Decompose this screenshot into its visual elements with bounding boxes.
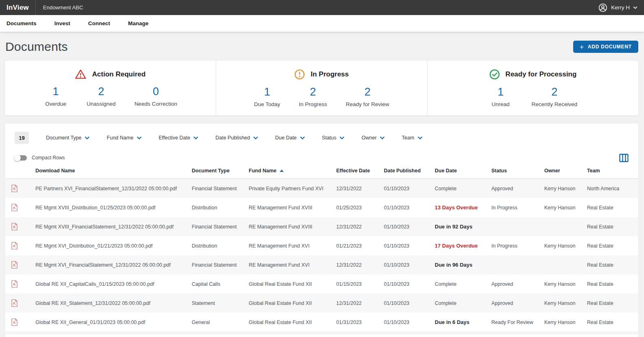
table-row[interactable]: RE Mgmt XVIII_FinancialStatement_12/31/2… xyxy=(5,217,638,236)
stat-in-progress: 2 In Progress xyxy=(299,86,327,107)
col-effective-date[interactable]: Effective Date xyxy=(336,168,384,174)
filter-team[interactable]: Team xyxy=(402,135,423,141)
filter-fund-name[interactable]: Fund Name xyxy=(107,135,141,141)
col-status[interactable]: Status xyxy=(491,168,544,174)
user-name: Kerry H xyxy=(611,4,630,11)
cell-download-name[interactable]: Global RE XII_Statement_12/31/2022 05:00… xyxy=(35,300,192,306)
cell-download-name[interactable]: Global RE XII_CapitalCalls_01/15/2023 05… xyxy=(35,281,192,287)
documents-table-card: 19 Document Type Fund Name Effective Dat… xyxy=(5,124,638,337)
pdf-file-icon xyxy=(5,280,35,288)
cell-team: Real Estate xyxy=(587,300,638,306)
table-row[interactable]: Global RE XII_General_01/31/2023 05:00:0… xyxy=(5,313,638,332)
summary-ready-for-processing: Ready for Processing 1 Unread 2 Recently… xyxy=(427,61,638,115)
stat-label: Needs Correction xyxy=(134,101,177,107)
cell-effective-date: 01/21/2023 xyxy=(336,243,384,249)
partially-visible-row xyxy=(5,332,638,335)
table-row[interactable]: RE Mgmt XVI_FinancialStatement_12/31/202… xyxy=(5,255,638,274)
cell-document-type: Financial Statement xyxy=(192,262,249,268)
table-row[interactable]: RE Mgmt XVI_Distribution_01/21/2023 05:0… xyxy=(5,236,638,255)
account-circle-icon xyxy=(598,3,608,13)
stat-recently-received: 2 Recently Received xyxy=(532,86,578,107)
nav-item-manage[interactable]: Manage xyxy=(128,20,149,26)
col-team[interactable]: Team xyxy=(587,168,638,174)
stat-unread: 1 Unread xyxy=(488,86,513,107)
cell-due-date: Due in 6 Days xyxy=(435,319,491,325)
chevron-down-icon xyxy=(340,136,344,139)
stat-label: In Progress xyxy=(299,101,327,107)
stat-unassigned: 2 Unassigned xyxy=(87,86,116,107)
stat-overdue: 1 Overdue xyxy=(44,86,68,107)
table-row[interactable]: PE Partners XVI_FinancialStatement_12/31… xyxy=(5,179,638,198)
pdf-file-icon xyxy=(5,204,35,211)
chevron-down-icon xyxy=(85,136,90,139)
cell-due-date: Due in 96 Days xyxy=(435,262,491,268)
col-label: Fund Name xyxy=(249,168,276,174)
pdf-file-icon xyxy=(5,299,35,307)
cell-download-name[interactable]: Global RE XII_General_01/31/2023 05:00:0… xyxy=(35,320,192,325)
filter-document-type[interactable]: Document Type xyxy=(46,135,90,141)
pdf-file-icon xyxy=(5,261,35,269)
summary-in-progress: In Progress 1 Due Today 2 In Progress 2 … xyxy=(216,61,427,115)
col-fund-name[interactable]: Fund Name xyxy=(249,168,336,174)
chevron-down-icon xyxy=(380,136,385,139)
cell-team: Real Estate xyxy=(587,205,638,211)
filter-status[interactable]: Status xyxy=(322,135,344,141)
topbar-divider xyxy=(35,0,36,15)
col-date-published[interactable]: Date Published xyxy=(384,168,435,174)
column-settings-icon[interactable] xyxy=(619,154,629,162)
stat-value: 1 xyxy=(264,86,270,98)
filter-label: Date Published xyxy=(215,135,250,141)
cell-date-published: 01/10/2023 xyxy=(384,243,435,249)
table-row[interactable]: Global RE XII_CapitalCalls_01/15/2023 05… xyxy=(5,274,638,294)
filter-owner[interactable]: Owner xyxy=(361,135,385,141)
stat-value: 1 xyxy=(497,86,504,98)
cell-download-name[interactable]: RE Mgmt XVI_FinancialStatement_12/31/202… xyxy=(35,262,192,268)
cell-fund-name: Global Real Estate Fund XII xyxy=(249,281,336,287)
filter-label: Effective Date xyxy=(159,135,191,141)
cell-team: Real Estate xyxy=(587,243,638,249)
col-due-date[interactable]: Due Date xyxy=(435,168,491,174)
col-document-type[interactable]: Document Type xyxy=(192,168,249,174)
chevron-down-icon xyxy=(418,136,423,139)
cell-download-name[interactable]: RE Mgmt XVIII_FinancialStatement_12/31/2… xyxy=(35,224,192,230)
page-header: Documents + ADD DOCUMENT xyxy=(0,32,644,61)
cell-document-type: Capital Calls xyxy=(192,281,249,287)
main-nav: Documents Invest Connect Manage xyxy=(0,15,644,32)
filter-date-published[interactable]: Date Published xyxy=(215,135,258,141)
add-document-button[interactable]: + ADD DOCUMENT xyxy=(573,41,638,53)
cell-date-published: 01/10/2023 xyxy=(384,205,435,211)
summary-action-required: Action Required 1 Overdue 2 Unassigned 0… xyxy=(5,61,216,115)
filter-due-date[interactable]: Due Date xyxy=(275,135,305,141)
stat-needs-correction: 0 Needs Correction xyxy=(134,86,177,107)
user-menu[interactable]: Kerry H xyxy=(598,3,637,13)
cell-download-name[interactable]: PE Partners XVI_FinancialStatement_12/31… xyxy=(35,186,192,191)
cell-effective-date: 01/25/2023 xyxy=(336,205,384,211)
table-row[interactable]: RE Mgmt XVIII_Distribution_01/25/2023 05… xyxy=(5,198,638,217)
chevron-down-icon xyxy=(253,136,258,139)
cell-download-name[interactable]: RE Mgmt XVI_Distribution_01/21/2023 05:0… xyxy=(35,243,192,249)
stat-due-today: 1 Due Today xyxy=(254,86,280,107)
cell-due-date: Complete xyxy=(435,300,491,306)
cell-date-published: 01/10/2023 xyxy=(384,262,435,268)
page-title: Documents xyxy=(5,40,68,54)
nav-item-connect[interactable]: Connect xyxy=(88,20,110,26)
nav-item-invest[interactable]: Invest xyxy=(55,20,70,26)
cell-document-type: Financial Statement xyxy=(192,224,249,230)
plus-icon: + xyxy=(580,43,584,50)
col-download-name[interactable]: Download Name xyxy=(35,168,192,174)
result-count-badge: 19 xyxy=(15,132,29,144)
compact-rows-toggle[interactable]: Compact Rows xyxy=(15,155,65,161)
cell-effective-date: 12/31/2022 xyxy=(336,262,384,268)
cell-fund-name: RE Management Fund XVIII xyxy=(249,224,336,230)
table-row[interactable]: Global RE XII_Statement_12/31/2022 05:00… xyxy=(5,294,638,313)
cell-effective-date: 01/31/2023 xyxy=(336,320,384,325)
nav-item-documents[interactable]: Documents xyxy=(7,20,37,26)
cell-download-name[interactable]: RE Mgmt XVIII_Distribution_01/25/2023 05… xyxy=(35,205,192,211)
cell-date-published: 01/10/2023 xyxy=(384,186,435,191)
cell-team: Real Estate xyxy=(587,262,638,268)
stat-value: 2 xyxy=(310,86,316,98)
toggle-knob xyxy=(14,154,21,161)
filter-effective-date[interactable]: Effective Date xyxy=(159,135,199,141)
chevron-down-icon xyxy=(300,136,305,139)
col-owner[interactable]: Owner xyxy=(544,168,587,174)
